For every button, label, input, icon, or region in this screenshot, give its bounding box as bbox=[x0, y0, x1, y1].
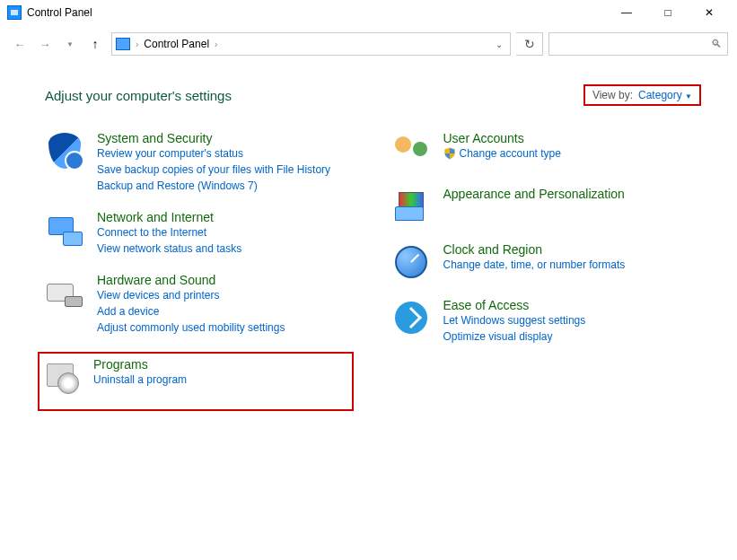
shield-icon bbox=[45, 131, 84, 171]
breadcrumb-location[interactable]: Control Panel bbox=[144, 38, 209, 50]
search-icon: 🔍︎ bbox=[711, 38, 722, 50]
recent-locations-dropdown[interactable]: ▼ bbox=[59, 33, 81, 55]
control-panel-icon bbox=[7, 5, 22, 20]
change-date-formats-link[interactable]: Change date, time, or number formats bbox=[443, 257, 626, 273]
programs-icon bbox=[41, 357, 81, 397]
programs-link[interactable]: Programs bbox=[93, 357, 148, 372]
category-clock: Clock and Region Change date, time, or n… bbox=[391, 242, 702, 282]
file-history-link[interactable]: Save backup copies of your files with Fi… bbox=[97, 162, 330, 178]
close-button[interactable]: ✕ bbox=[689, 2, 730, 23]
system-security-link[interactable]: System and Security bbox=[97, 131, 212, 145]
breadcrumb-separator: › bbox=[215, 39, 217, 49]
network-icon bbox=[45, 210, 84, 249]
category-system-security: System and Security Review your computer… bbox=[45, 131, 355, 194]
category-network: Network and Internet Connect to the Inte… bbox=[45, 210, 355, 257]
mobility-settings-link[interactable]: Adjust commonly used mobility settings bbox=[97, 319, 285, 336]
ease-of-access-icon bbox=[391, 298, 431, 337]
forward-button[interactable]: → bbox=[34, 33, 56, 55]
maximize-button[interactable]: □ bbox=[647, 2, 689, 23]
category-appearance: Appearance and Personalization bbox=[391, 187, 702, 226]
chevron-down-icon: ▼ bbox=[685, 92, 692, 101]
hardware-sound-link[interactable]: Hardware and Sound bbox=[97, 273, 215, 287]
network-internet-link[interactable]: Network and Internet bbox=[97, 210, 214, 224]
appearance-icon bbox=[391, 187, 431, 226]
change-account-type-link[interactable]: Change account type bbox=[443, 145, 561, 162]
clock-icon bbox=[391, 242, 431, 282]
network-status-link[interactable]: View network status and tasks bbox=[97, 241, 241, 257]
review-status-link[interactable]: Review your computer's status bbox=[97, 145, 330, 162]
optimize-visual-link[interactable]: Optimize visual display bbox=[443, 328, 586, 345]
category-ease-of-access: Ease of Access Let Windows suggest setti… bbox=[391, 298, 702, 345]
view-by-label: View by: bbox=[592, 89, 633, 101]
minimize-button[interactable]: — bbox=[606, 2, 647, 23]
uac-shield-icon bbox=[443, 147, 456, 160]
refresh-button[interactable]: ↻ bbox=[516, 32, 543, 56]
category-programs-highlighted: Programs Uninstall a program bbox=[38, 352, 354, 411]
connect-internet-link[interactable]: Connect to the Internet bbox=[97, 224, 241, 241]
control-panel-addr-icon bbox=[116, 38, 130, 50]
category-hardware: Hardware and Sound View devices and prin… bbox=[45, 273, 355, 336]
appearance-personalization-link[interactable]: Appearance and Personalization bbox=[443, 187, 625, 201]
backup-restore-link[interactable]: Backup and Restore (Windows 7) bbox=[97, 178, 330, 194]
view-by-highlighted: View by: Category ▼ bbox=[583, 84, 701, 106]
search-input[interactable] bbox=[555, 38, 711, 50]
ease-of-access-link[interactable]: Ease of Access bbox=[443, 298, 530, 312]
address-bar[interactable]: › Control Panel › ⌄ bbox=[111, 32, 511, 56]
breadcrumb-separator: › bbox=[136, 39, 138, 49]
search-box[interactable]: 🔍︎ bbox=[548, 32, 728, 56]
address-dropdown-icon[interactable]: ⌄ bbox=[492, 39, 506, 49]
back-button[interactable]: ← bbox=[9, 33, 31, 55]
add-device-link[interactable]: Add a device bbox=[97, 303, 285, 319]
clock-region-link[interactable]: Clock and Region bbox=[443, 242, 543, 257]
page-heading: Adjust your computer's settings bbox=[45, 88, 232, 103]
view-by-dropdown[interactable]: Category ▼ bbox=[638, 89, 692, 101]
user-accounts-link[interactable]: User Accounts bbox=[443, 131, 524, 145]
up-button[interactable]: ↑ bbox=[84, 33, 106, 55]
hardware-icon bbox=[45, 273, 84, 312]
category-user-accounts: User Accounts Change account type bbox=[391, 131, 702, 171]
view-by-value: Category bbox=[638, 89, 682, 101]
change-account-type-text: Change account type bbox=[460, 145, 561, 162]
users-icon bbox=[391, 131, 431, 171]
devices-printers-link[interactable]: View devices and printers bbox=[97, 287, 285, 303]
suggest-settings-link[interactable]: Let Windows suggest settings bbox=[443, 312, 586, 328]
uninstall-program-link[interactable]: Uninstall a program bbox=[93, 372, 187, 388]
window-title: Control Panel bbox=[27, 6, 92, 19]
